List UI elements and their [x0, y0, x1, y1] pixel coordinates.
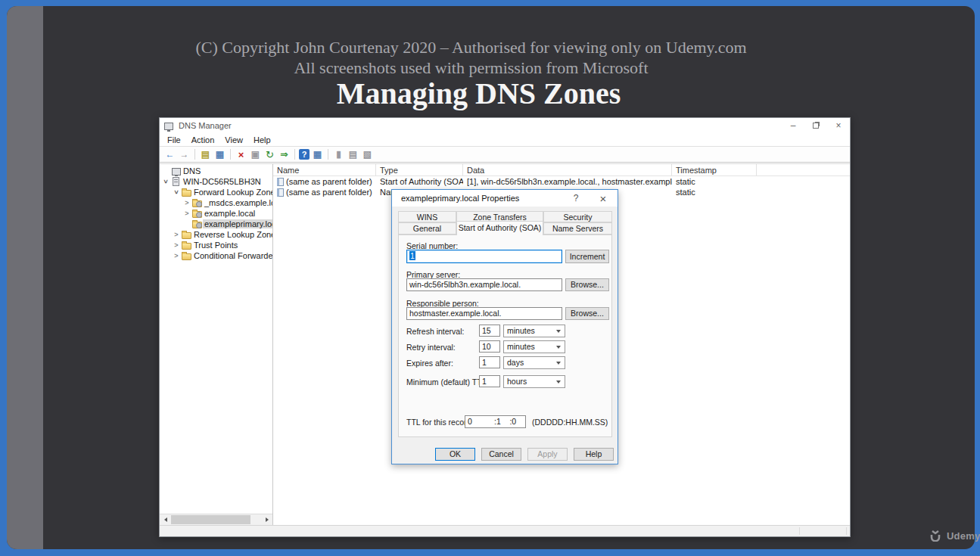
chevron-down-icon — [556, 346, 561, 349]
column-header-data[interactable]: Data — [463, 164, 672, 176]
help-icon[interactable]: ? — [299, 149, 310, 160]
menu-help[interactable]: Help — [248, 135, 276, 144]
help-button[interactable]: Help — [574, 448, 614, 461]
minimize-button[interactable]: – — [782, 118, 804, 133]
scroll-right-icon[interactable] — [261, 514, 272, 525]
back-icon[interactable]: ← — [163, 148, 176, 161]
status-bar — [160, 525, 850, 536]
console-window-icon[interactable]: ▦ — [311, 148, 324, 161]
ttl-format-label: (DDDDD:HH.MM.SS) — [532, 418, 608, 427]
export-list-icon[interactable]: ⇒ — [278, 148, 291, 161]
responsible-person-input[interactable]: hostmaster.example.local. — [406, 307, 562, 320]
udemy-logo-icon — [928, 530, 943, 542]
expires-after-input[interactable]: 1 — [479, 356, 500, 368]
dialog-titlebar[interactable]: exampleprimary.local Properties ? × — [392, 190, 618, 207]
copy-icon[interactable]: ▣ — [249, 148, 262, 161]
filter-icon[interactable]: ▤ — [347, 148, 359, 161]
tree-item-server[interactable]: WIN-DC56R5LBH3N — [160, 176, 272, 187]
refresh-icon[interactable]: ↻ — [263, 148, 276, 161]
dialog-close-icon[interactable]: × — [590, 190, 616, 207]
menu-file[interactable]: File — [162, 135, 186, 144]
expires-after-unit-select[interactable]: days — [503, 356, 565, 369]
dialog-title: exampleprimary.local Properties — [401, 194, 519, 203]
retry-interval-unit-select[interactable]: minutes — [503, 340, 565, 353]
tab-security[interactable]: Security — [543, 211, 612, 222]
tree-item-forward-lookup-zones[interactable]: Forward Lookup Zones — [160, 187, 272, 197]
restore-icon — [813, 123, 819, 129]
scroll-left-icon[interactable] — [160, 514, 171, 525]
expand-icon[interactable] — [182, 210, 191, 217]
column-header-timestamp[interactable]: Timestamp — [672, 164, 757, 176]
browse-primary-button[interactable]: Browse... — [565, 278, 609, 291]
udemy-brand-text: Udemy — [947, 530, 980, 542]
tree-item-conditional-forwarders[interactable]: Conditional Forwarders — [160, 250, 272, 261]
expand-icon[interactable] — [172, 252, 181, 259]
window-titlebar[interactable]: DNS Manager – × — [160, 118, 850, 133]
serial-number-input[interactable]: 1 — [406, 250, 562, 263]
tree-item-exampleprimary-zone[interactable]: exampleprimary.loca — [160, 219, 272, 229]
tree-item-trust-points[interactable]: Trust Points — [160, 240, 272, 250]
zone-icon — [191, 220, 203, 228]
scrollbar-thumb[interactable] — [171, 515, 250, 524]
tree-horizontal-scrollbar[interactable] — [160, 514, 272, 525]
server-icon — [170, 177, 182, 186]
menu-view[interactable]: View — [219, 135, 248, 144]
delete-icon[interactable]: × — [235, 148, 247, 161]
record-icon — [277, 188, 284, 197]
minimum-ttl-input[interactable]: 1 — [479, 375, 500, 387]
expand-icon[interactable] — [172, 231, 181, 238]
forward-icon[interactable]: → — [178, 148, 191, 161]
copyright-line-1: (C) Copyright John Courtenay 2020 – Auth… — [0, 38, 942, 57]
expand-icon[interactable] — [182, 199, 191, 207]
column-header-name[interactable]: Name — [273, 164, 376, 176]
tab-wins[interactable]: WINS — [398, 211, 456, 222]
close-button[interactable]: × — [827, 118, 850, 133]
console-tree-pane: DNS WIN-DC56R5LBH3N Forward Lookup Zones — [160, 164, 273, 525]
menu-bar: File Action View Help — [160, 133, 850, 146]
collapse-icon[interactable] — [172, 188, 181, 196]
tree-item-msdcs-zone[interactable]: _msdcs.example.loca — [160, 197, 272, 208]
collapse-icon[interactable] — [161, 178, 170, 185]
ok-button[interactable]: OK — [435, 448, 475, 461]
record-row-soa[interactable]: (same as parent folder) Start of Authori… — [273, 176, 850, 187]
dns-root-icon — [170, 167, 182, 175]
soa-tab-page: Serial number: 1 Increment Primary serve… — [398, 235, 612, 437]
restore-button[interactable] — [804, 118, 827, 133]
dns-manager-app-icon — [163, 122, 174, 130]
menu-action[interactable]: Action — [186, 135, 220, 144]
chevron-down-icon — [556, 362, 561, 365]
folder-icon — [181, 231, 192, 239]
column-header-type[interactable]: Type — [376, 164, 463, 176]
properties-icon[interactable]: ▦ — [213, 148, 226, 161]
record-icon — [277, 178, 284, 186]
zone-icon — [191, 210, 203, 218]
ttl-record-input[interactable]: 0 :1 :0 :0 — [465, 415, 526, 428]
retry-interval-input[interactable]: 10 — [479, 340, 500, 353]
advanced-icon[interactable]: ▧ — [361, 148, 374, 161]
tab-start-of-authority[interactable]: Start of Authority (SOA) — [456, 221, 543, 235]
tree-item-reverse-lookup-zones[interactable]: Reverse Lookup Zones — [160, 229, 272, 240]
folder-icon — [181, 252, 192, 260]
apply-button[interactable]: Apply — [527, 448, 568, 461]
toolbar: ← → ▤ ▦ × ▣ ↻ ⇒ ? ▦ ▮ ▤ ▧ — [160, 146, 850, 163]
cancel-button[interactable]: Cancel — [481, 448, 521, 461]
server-toolbar-icon[interactable]: ▮ — [332, 148, 345, 161]
increment-button[interactable]: Increment — [565, 250, 609, 263]
tab-general[interactable]: General — [398, 222, 456, 235]
dialog-help-icon[interactable]: ? — [565, 190, 587, 207]
zone-icon — [191, 199, 203, 207]
expires-after-label: Expires after: — [406, 359, 453, 368]
minimum-ttl-label: Minimum (default) TTL: — [406, 377, 488, 387]
browse-responsible-button[interactable]: Browse... — [565, 307, 609, 320]
refresh-interval-unit-select[interactable]: minutes — [503, 325, 565, 337]
minimum-ttl-unit-select[interactable]: hours — [503, 375, 565, 388]
chevron-down-icon — [556, 330, 561, 333]
expand-icon[interactable] — [172, 241, 181, 249]
tree-item-example-local-zone[interactable]: example.local — [160, 208, 272, 219]
tab-name-servers[interactable]: Name Servers — [543, 222, 612, 235]
show-console-tree-icon[interactable]: ▤ — [199, 148, 212, 161]
chevron-down-icon — [556, 381, 561, 384]
tree-item-dns-root[interactable]: DNS — [160, 166, 272, 176]
primary-server-input[interactable]: win-dc56r5lbh3n.example.local. — [406, 278, 562, 291]
refresh-interval-input[interactable]: 15 — [479, 325, 500, 337]
